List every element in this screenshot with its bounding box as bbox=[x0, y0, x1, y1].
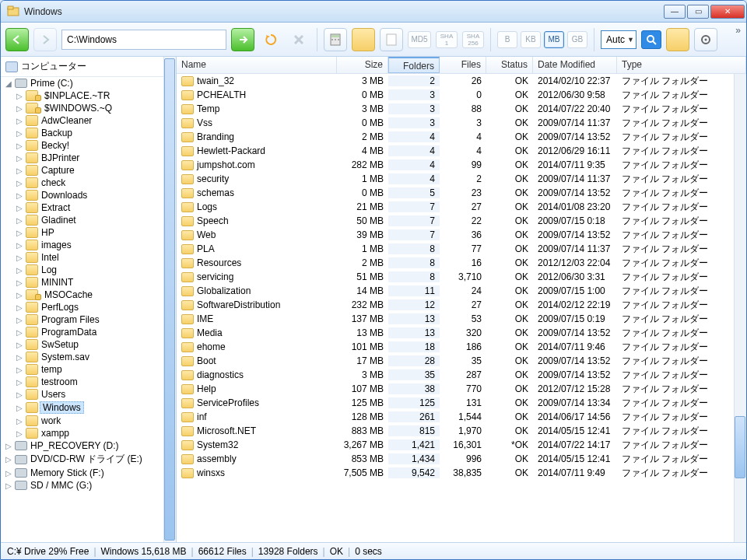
tree-item[interactable]: ▷Users bbox=[15, 388, 176, 401]
table-row[interactable]: twain_323 MB226OK2014/02/10 22:37ファイル フォ… bbox=[177, 74, 746, 88]
col-date[interactable]: Date Modified bbox=[533, 57, 617, 73]
expand-icon[interactable]: ▷ bbox=[15, 104, 24, 113]
tree-item[interactable]: ▷SwSetup bbox=[15, 338, 176, 351]
tree-item[interactable]: ▷Intel bbox=[15, 251, 176, 264]
table-row[interactable]: System323,267 MB1,42116,301*OK2014/07/22… bbox=[177, 438, 746, 452]
table-row[interactable]: schemas0 MB523OK2009/07/14 13:52ファイル フォル… bbox=[177, 186, 746, 200]
tree-item[interactable]: ▷ProgramData bbox=[15, 326, 176, 338]
table-row[interactable]: PLA1 MB877OK2009/07/14 11:37ファイル フォルダー bbox=[177, 242, 746, 256]
tree-drive-prime[interactable]: ◢Prime (C:) bbox=[4, 77, 176, 89]
expand-icon[interactable]: ▷ bbox=[15, 191, 24, 200]
table-row[interactable]: Resources2 MB816OK2012/12/03 22:04ファイル フ… bbox=[177, 256, 746, 270]
col-name[interactable]: Name bbox=[177, 57, 337, 73]
table-row[interactable]: jumpshot.com282 MB499OK2014/07/11 9:35ファ… bbox=[177, 158, 746, 172]
table-row[interactable]: Hewlett-Packard4 MB44OK2012/06/29 16:11フ… bbox=[177, 144, 746, 158]
tree-item[interactable]: ▷AdwCleaner bbox=[15, 114, 176, 127]
collapse-icon[interactable]: ◢ bbox=[4, 79, 13, 88]
tree-item[interactable]: ▷Capture bbox=[15, 164, 176, 177]
tree-item[interactable]: ▷Log bbox=[15, 264, 176, 276]
expand-icon[interactable]: ▷ bbox=[15, 129, 24, 138]
go-button[interactable] bbox=[231, 28, 254, 51]
expand-icon[interactable]: ▷ bbox=[15, 229, 24, 237]
tree-item[interactable]: ▷$INPLACE.~TR bbox=[15, 89, 176, 102]
expand-icon[interactable]: ▷ bbox=[15, 353, 24, 362]
expand-icon[interactable]: ▷ bbox=[15, 266, 24, 275]
col-status[interactable]: Status bbox=[486, 57, 533, 73]
tree-item[interactable]: ▷check bbox=[15, 177, 176, 189]
tree-item[interactable]: ▷System.sav bbox=[15, 351, 176, 363]
unit-mb[interactable]: MB bbox=[544, 31, 564, 48]
title-bar[interactable]: Windows — ▭ ✕ bbox=[1, 1, 746, 23]
unit-gb[interactable]: GB bbox=[567, 31, 587, 48]
expand-icon[interactable]: ▷ bbox=[15, 154, 24, 163]
table-row[interactable]: Globalization14 MB1124OK2009/07/15 1:00フ… bbox=[177, 284, 746, 298]
table-row[interactable]: diagnostics3 MB35287OK2009/07/14 13:52ファ… bbox=[177, 368, 746, 382]
tree-item[interactable]: ▷Extract bbox=[15, 201, 176, 214]
forward-button[interactable] bbox=[33, 28, 57, 51]
expand-icon[interactable]: ▷ bbox=[15, 328, 24, 337]
tree-item[interactable]: ▷PerfLogs bbox=[15, 301, 176, 313]
rows-container[interactable]: twain_323 MB226OK2014/02/10 22:37ファイル フォ… bbox=[177, 74, 746, 542]
tree-item[interactable]: ▷images bbox=[15, 239, 176, 251]
tree-drive[interactable]: ▷HP_RECOVERY (D:) bbox=[4, 439, 176, 452]
table-row[interactable]: Media13 MB13320OK2009/07/14 13:52ファイル フォ… bbox=[177, 326, 746, 340]
minimize-button[interactable]: — bbox=[664, 5, 686, 19]
table-row[interactable]: winsxs7,505 MB9,54238,835OK2014/07/11 9:… bbox=[177, 466, 746, 480]
expand-icon[interactable]: ▷ bbox=[15, 316, 24, 324]
expand-icon[interactable]: ▷ bbox=[15, 92, 24, 100]
table-row[interactable]: ServiceProfiles125 MB125131OK2009/07/14 … bbox=[177, 396, 746, 410]
new-folder-button[interactable] bbox=[352, 28, 375, 51]
expand-icon[interactable]: ▷ bbox=[15, 278, 24, 287]
refresh-button[interactable] bbox=[259, 28, 282, 51]
expand-icon[interactable]: ▷ bbox=[15, 291, 24, 299]
tree-item[interactable]: ▷Backup bbox=[15, 127, 176, 139]
expand-icon[interactable]: ▷ bbox=[4, 442, 13, 450]
table-row[interactable]: Vss0 MB33OK2009/07/14 11:37ファイル フォルダー bbox=[177, 116, 746, 130]
table-row[interactable]: Help107 MB38770OK2012/07/12 15:28ファイル フォ… bbox=[177, 382, 746, 396]
tree-item[interactable]: ▷$WINDOWS.~Q bbox=[15, 102, 176, 114]
table-row[interactable]: Microsoft.NET883 MB8151,970OK2014/05/15 … bbox=[177, 424, 746, 438]
folder-tree[interactable]: コンピューター ◢Prime (C:) ▷$INPLACE.~TR▷$WINDO… bbox=[1, 57, 177, 542]
expand-icon[interactable]: ▷ bbox=[15, 117, 24, 125]
tree-item[interactable]: ▷MSOCache bbox=[15, 289, 176, 301]
expand-icon[interactable]: ▷ bbox=[15, 429, 24, 438]
col-type[interactable]: Type bbox=[617, 57, 746, 73]
new-file-button[interactable] bbox=[380, 28, 403, 51]
expand-icon[interactable]: ▷ bbox=[15, 390, 24, 399]
expand-icon[interactable]: ▷ bbox=[15, 142, 24, 150]
tree-drive[interactable]: ▷DVD/CD-RW ドライブ (E:) bbox=[4, 452, 176, 467]
table-row[interactable]: Temp3 MB388OK2014/07/22 20:40ファイル フォルダー bbox=[177, 102, 746, 116]
maximize-button[interactable]: ▭ bbox=[687, 5, 709, 19]
table-row[interactable]: assembly853 MB1,434996OK2014/05/15 12:41… bbox=[177, 452, 746, 466]
address-bar[interactable]: C:\Windows bbox=[61, 30, 226, 50]
more-chevron-icon[interactable]: » bbox=[735, 25, 741, 36]
expand-icon[interactable]: ▷ bbox=[15, 341, 24, 349]
expand-icon[interactable]: ▷ bbox=[4, 481, 13, 490]
folder-view-button[interactable] bbox=[666, 28, 689, 51]
tree-item[interactable]: ▷Windows bbox=[15, 401, 176, 415]
tree-item[interactable]: ▷xampp bbox=[15, 427, 176, 439]
tree-item[interactable]: ▷Program Files bbox=[15, 313, 176, 326]
tree-item[interactable]: ▷Becky! bbox=[15, 139, 176, 152]
expand-icon[interactable]: ▷ bbox=[15, 166, 24, 175]
close-button[interactable]: ✕ bbox=[710, 5, 745, 19]
table-row[interactable]: Web39 MB736OK2009/07/14 13:52ファイル フォルダー bbox=[177, 228, 746, 242]
table-row[interactable]: PCHEALTH0 MB30OK2012/06/30 9:58ファイル フォルダ… bbox=[177, 88, 746, 102]
stop-button[interactable] bbox=[287, 28, 310, 51]
col-size[interactable]: Size bbox=[337, 57, 388, 73]
col-folders[interactable]: Folders bbox=[388, 57, 440, 73]
tree-drive[interactable]: ▷SD / MMC (G:) bbox=[4, 479, 176, 492]
hash-sha256-button[interactable]: SHA256 bbox=[462, 31, 484, 48]
search-button[interactable] bbox=[641, 30, 661, 49]
table-row[interactable]: IME137 MB1353OK2009/07/15 0:19ファイル フォルダー bbox=[177, 312, 746, 326]
expand-icon[interactable]: ▷ bbox=[4, 469, 13, 478]
table-row[interactable]: Logs21 MB727OK2014/01/08 23:20ファイル フォルダー bbox=[177, 200, 746, 214]
gear-button[interactable] bbox=[694, 28, 717, 51]
expand-icon[interactable]: ▷ bbox=[15, 303, 24, 312]
calculator-button[interactable] bbox=[324, 28, 347, 51]
tree-item[interactable]: ▷Gladinet bbox=[15, 214, 176, 226]
expand-icon[interactable]: ▷ bbox=[15, 417, 24, 425]
tree-item[interactable]: ▷HP bbox=[15, 226, 176, 239]
tree-item[interactable]: ▷Downloads bbox=[15, 189, 176, 201]
unit-b[interactable]: B bbox=[497, 31, 517, 48]
